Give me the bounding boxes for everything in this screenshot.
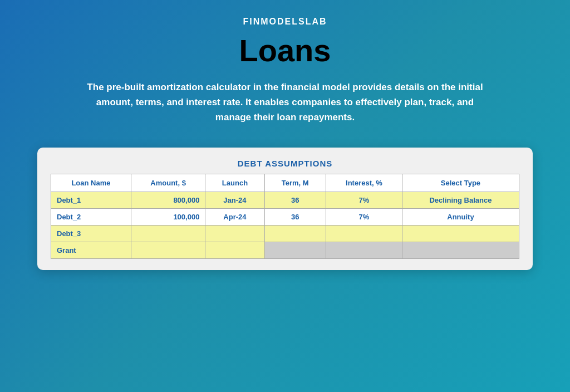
- col-header-launch: Launch: [205, 174, 264, 192]
- cell-term: 36: [264, 192, 326, 208]
- cell-term: 36: [264, 208, 326, 225]
- col-header-interest: Interest, %: [326, 174, 402, 192]
- card: DEBT ASSUMPTIONS Loan Name Amount, $ Lau…: [37, 148, 533, 270]
- brand-name: FINMODELSLAB: [243, 17, 327, 27]
- table-row: Debt_1 800,000 Jan-24 36 7% Declining Ba…: [51, 192, 519, 208]
- cell-amount: 800,000: [131, 192, 205, 208]
- debt-table: Loan Name Amount, $ Launch Term, M Inter…: [51, 174, 519, 259]
- cell-type: [402, 225, 519, 242]
- cell-interest: [326, 225, 402, 242]
- table-row: Grant: [51, 242, 519, 258]
- cell-term: [264, 225, 326, 242]
- cell-term: [264, 242, 326, 258]
- cell-amount: [131, 225, 205, 242]
- cell-loan-name: Grant: [51, 242, 131, 258]
- cell-loan-name: Debt_1: [51, 192, 131, 208]
- col-header-amount: Amount, $: [131, 174, 205, 192]
- cell-launch: Jan-24: [205, 192, 264, 208]
- col-header-type: Select Type: [402, 174, 519, 192]
- page-title: Loans: [239, 32, 331, 68]
- table-row: Debt_2 100,000 Apr-24 36 7% Annuity: [51, 208, 519, 225]
- description: The pre-built amortization calculator in…: [85, 80, 485, 125]
- table-header-row: Loan Name Amount, $ Launch Term, M Inter…: [51, 174, 519, 192]
- cell-launch: [205, 242, 264, 258]
- cell-interest: 7%: [326, 192, 402, 208]
- cell-launch: Apr-24: [205, 208, 264, 225]
- cell-launch: [205, 225, 264, 242]
- cell-loan-name: Debt_3: [51, 225, 131, 242]
- cell-type: [402, 242, 519, 258]
- cell-type: Declining Balance: [402, 192, 519, 208]
- cell-interest: [326, 242, 402, 258]
- col-header-term: Term, M: [264, 174, 326, 192]
- cell-interest: 7%: [326, 208, 402, 225]
- cell-type: Annuity: [402, 208, 519, 225]
- col-header-loan-name: Loan Name: [51, 174, 131, 192]
- cell-amount: [131, 242, 205, 258]
- cell-loan-name: Debt_2: [51, 208, 131, 225]
- table-row: Debt_3: [51, 225, 519, 242]
- table-title: DEBT ASSUMPTIONS: [51, 159, 519, 168]
- cell-amount: 100,000: [131, 208, 205, 225]
